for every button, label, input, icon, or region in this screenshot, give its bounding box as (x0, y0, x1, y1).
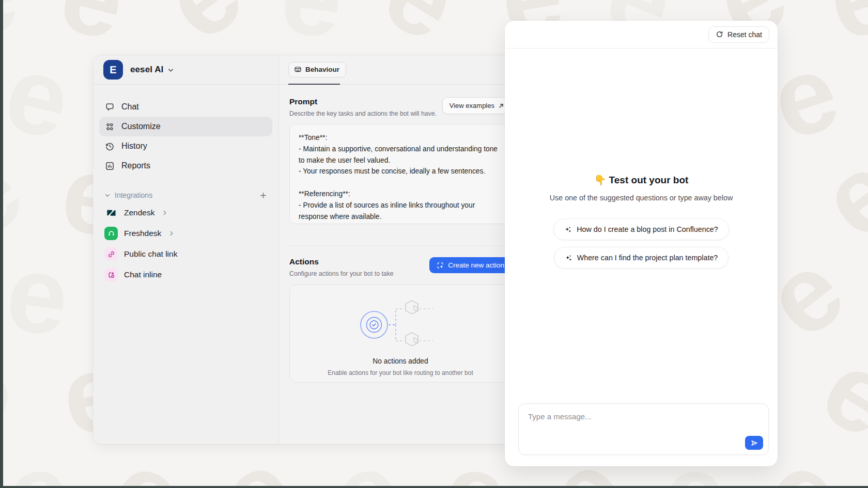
integrations-header[interactable]: Integrations (99, 188, 272, 202)
prompt-subtitle: Describe the key tasks and actions the b… (289, 110, 437, 117)
sidebar-item-label: Chat (121, 102, 139, 112)
behaviour-icon (294, 66, 302, 73)
sidebar: E eesel AI Chat Customize (93, 55, 279, 444)
chat-inline-icon (104, 268, 118, 281)
add-integration-icon[interactable] (259, 192, 267, 199)
main-card: E eesel AI Chat Customize (93, 55, 522, 444)
sidebar-item-reports[interactable]: Reports (99, 156, 272, 176)
chat-header: Reset chat (505, 21, 778, 49)
message-input-placeholder: Type a message... (528, 412, 592, 421)
history-icon (104, 141, 115, 151)
message-input[interactable]: Type a message... (518, 403, 769, 455)
content-area: Behaviour Prompt Describe the key tasks … (279, 55, 522, 444)
sidebar-item-zendesk[interactable]: Zendesk (99, 202, 272, 223)
actions-empty-illustration (351, 297, 450, 352)
actions-section: Actions Configure actions for your bot t… (279, 246, 522, 383)
actions-subtitle: Configure actions for your bot to take (289, 270, 394, 277)
tab-bar: Behaviour (279, 55, 522, 85)
integration-label: Chat inline (124, 270, 162, 279)
window-edge-left (0, 0, 3, 488)
actions-title: Actions (289, 257, 394, 266)
chat-body: 👇 Test out your bot Use one of the sugge… (505, 49, 778, 269)
send-button[interactable] (745, 436, 763, 450)
freshdesk-icon (104, 227, 118, 240)
workspace-name: eesel AI (130, 65, 163, 75)
sidebar-nav: Chat Customize History (93, 85, 278, 176)
sidebar-item-history[interactable]: History (99, 136, 272, 156)
create-new-action-button[interactable]: Create new action (429, 257, 512, 273)
sidebar-item-label: Reports (121, 161, 150, 170)
integrations-label: Integrations (115, 191, 152, 199)
suggestion-label: How do I create a blog post in Confluenc… (577, 225, 718, 233)
view-examples-label: View examples (450, 102, 494, 109)
create-action-icon (437, 262, 444, 269)
workspace-switcher[interactable]: E eesel AI (93, 55, 278, 85)
sidebar-item-chat[interactable]: Chat (99, 97, 272, 117)
chat-empty-subtitle: Use one of the suggested questions or ty… (550, 194, 733, 202)
integration-label: Freshdesk (124, 229, 161, 238)
chat-empty-title: 👇 Test out your bot (594, 174, 689, 186)
create-action-label: Create new action (448, 261, 504, 269)
suggestion-label: Where can I find the project plan templa… (577, 254, 718, 262)
sparkles-icon (564, 226, 572, 233)
sidebar-item-public-chat-link[interactable]: Public chat link (99, 244, 272, 264)
chevron-right-icon (162, 210, 168, 216)
sidebar-item-customize[interactable]: Customize (99, 117, 272, 136)
integrations-section: Integrations Zendesk (93, 176, 278, 285)
link-icon (104, 247, 118, 261)
suggestion-button-1[interactable]: How do I create a blog post in Confluenc… (553, 218, 729, 240)
view-examples-button[interactable]: View examples (442, 97, 512, 114)
chevron-down-icon (167, 67, 174, 73)
sidebar-item-chat-inline[interactable]: Chat inline (99, 264, 272, 285)
customize-grid-icon (104, 121, 115, 132)
chat-preview-panel: Reset chat 👇 Test out your bot Use one o… (505, 21, 778, 466)
tab-behaviour[interactable]: Behaviour (288, 62, 346, 77)
prompt-title: Prompt (289, 97, 437, 106)
sidebar-item-label: History (121, 141, 147, 151)
external-link-arrow-icon (498, 103, 504, 109)
reset-chat-label: Reset chat (727, 30, 762, 39)
refresh-icon (716, 30, 723, 38)
window-edge-bottom (0, 486, 868, 488)
sidebar-item-freshdesk[interactable]: Freshdesk (99, 223, 272, 244)
active-tab-indicator (288, 84, 340, 85)
prompt-textarea[interactable]: **Tone**: - Maintain a supportive, conve… (289, 124, 512, 224)
sparkles-icon (565, 254, 572, 262)
chevron-down-icon (104, 192, 111, 198)
actions-empty-state: No actions added Enable actions for your… (289, 285, 512, 383)
prompt-section: Prompt Describe the key tasks and action… (279, 85, 522, 224)
suggestions: How do I create a blog post in Confluenc… (553, 218, 729, 269)
eesel-logo: E (103, 60, 123, 80)
chat-bubble-icon (104, 102, 115, 112)
integration-label: Public chat link (124, 249, 177, 259)
zendesk-icon (104, 206, 118, 219)
app-root: eeeeeeeeeeeeeeeeeeeeeeeeeeeeeeeeeeeeeeee… (0, 0, 868, 488)
empty-state-subtitle: Enable actions for your bot like routing… (328, 369, 473, 376)
sidebar-item-label: Customize (121, 122, 161, 131)
empty-state-title: No actions added (373, 357, 428, 365)
send-plane-icon (750, 439, 758, 447)
integration-label: Zendesk (124, 208, 154, 217)
reports-icon (104, 161, 115, 171)
chevron-right-icon (168, 230, 175, 237)
suggestion-button-2[interactable]: Where can I find the project plan templa… (554, 247, 729, 269)
reset-chat-button[interactable]: Reset chat (708, 26, 769, 43)
tab-label: Behaviour (305, 66, 339, 73)
